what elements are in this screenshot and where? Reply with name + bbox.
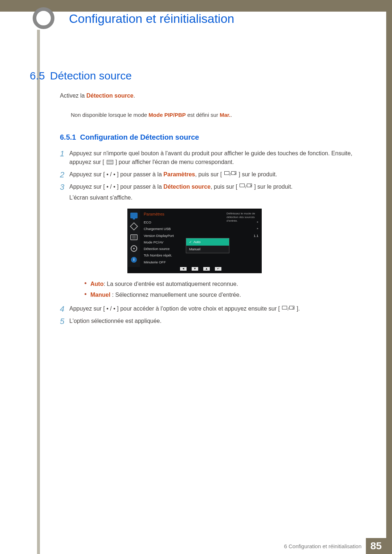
step-5: 5 L'option sélectionnée est appliquée.: [60, 317, 358, 325]
step-2: 2 Appuyez sur [ • / • ] pour passer à la…: [60, 170, 358, 179]
page-number: 85: [366, 538, 386, 554]
footer: 6 Configuration et réinitialisation 85: [284, 538, 386, 554]
osd-row: Chargement USB▸: [144, 226, 258, 232]
section-number: 6.5: [30, 70, 45, 82]
step-4: 4 Appuyez sur [ • / • ] pour accéder à l…: [60, 304, 358, 313]
step-3: 3 Appuyez sur [ • / • ] pour passer à la…: [60, 182, 358, 299]
list-icon: [130, 234, 138, 240]
osd-row: Minuterie OFF: [144, 259, 258, 266]
chapter-number-circle: [33, 7, 54, 29]
popup-option-manuel: Manuel: [186, 246, 229, 253]
activation-line: Activez la Détection source.: [60, 91, 358, 100]
bullet-auto: Auto: La source d'entrée est automatique…: [85, 280, 358, 288]
section-title: 6.5Détection source: [30, 70, 132, 82]
gear-icon: [131, 245, 137, 252]
subsection-title: 6.5.1 Configuration de Détection source: [60, 132, 358, 143]
step-1: 1 Appuyez sur n'importe quel bouton à l'…: [60, 149, 358, 167]
osd-help-text: Définissez le mode de détection des sour…: [226, 212, 258, 223]
osd-nav-bar: ◄ ▼ ▲ ↵: [140, 266, 261, 271]
enter-source-icon: /: [282, 306, 294, 312]
footer-chapter-label: 6 Configuration et réinitialisation: [284, 543, 362, 549]
arrows-icon: [130, 223, 138, 229]
nav-down-icon: ▼: [192, 267, 198, 271]
left-margin-strip: [37, 30, 40, 554]
section-title-text: Détection source: [50, 70, 132, 82]
monitor-icon: [130, 213, 138, 218]
chapter-title: Configuration et réinitialisation: [69, 12, 234, 26]
enter-source-icon: /: [240, 184, 252, 190]
option-descriptions: Auto: La source d'entrée est automatique…: [85, 280, 358, 299]
availability-note: Non disponible lorsque le mode Mode PIP/…: [71, 111, 358, 119]
nav-enter-icon: ↵: [215, 267, 221, 271]
popup-option-auto: Auto: [186, 238, 229, 246]
nav-left-icon: ◄: [180, 267, 187, 271]
osd-popup: Auto Manuel: [186, 238, 229, 254]
bullet-manuel: Manuel : Sélectionnez manuellement une s…: [85, 291, 358, 299]
osd-sidebar: i: [128, 209, 140, 267]
enter-source-icon: /: [224, 171, 236, 178]
nav-up-icon: ▲: [203, 267, 210, 271]
menu-icon: [107, 160, 113, 164]
side-strip: [386, 12, 392, 554]
osd-body: Paramètres ECO▸ Chargement USB▸ Version …: [140, 209, 261, 266]
osd-screenshot: i Paramètres ECO▸ Chargement USB▸ Versio…: [127, 209, 262, 273]
content-block: Activez la Détection source. Non disponi…: [60, 91, 358, 329]
top-bar: [0, 0, 392, 12]
steps-list: 1 Appuyez sur n'importe quel bouton à l'…: [60, 149, 358, 325]
info-icon: i: [131, 257, 137, 263]
